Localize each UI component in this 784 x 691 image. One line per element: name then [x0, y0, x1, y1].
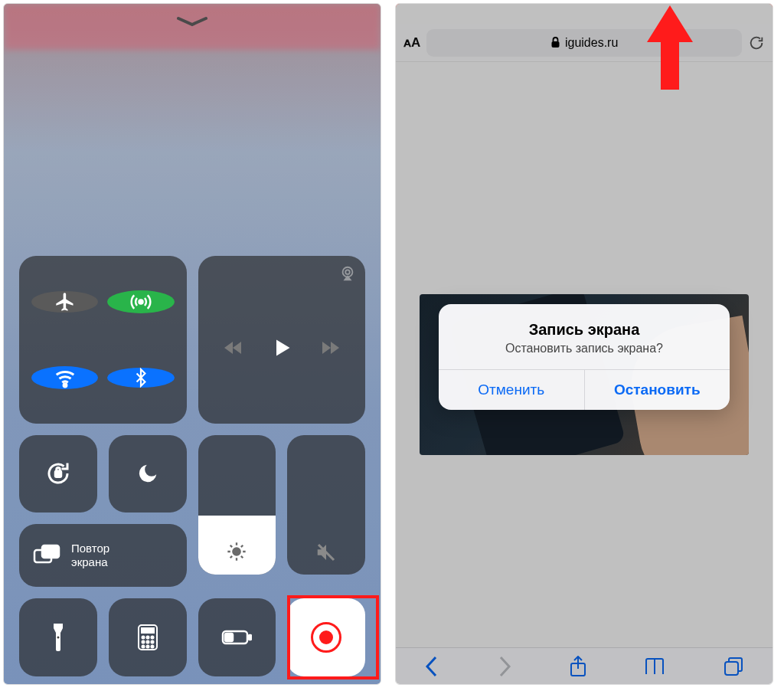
screen-mirroring-label: Повтор экрана	[71, 542, 109, 569]
svg-rect-10	[142, 628, 154, 633]
alert-title: Запись экрана	[452, 321, 716, 339]
stop-recording-alert: Запись экрана Остановить запись экрана? …	[439, 304, 730, 410]
alert-stop-button[interactable]: Остановить	[585, 370, 730, 410]
brightness-slider[interactable]	[198, 435, 276, 575]
rewind-icon[interactable]	[224, 340, 243, 355]
flashlight-icon	[50, 624, 67, 651]
record-icon	[311, 622, 341, 653]
antenna-icon	[129, 290, 152, 313]
play-icon[interactable]	[271, 336, 292, 359]
svg-point-13	[151, 637, 153, 639]
svg-point-17	[142, 646, 144, 648]
svg-point-11	[142, 637, 144, 639]
screen-mirroring-icon	[33, 544, 60, 567]
airplay-icon[interactable]	[339, 265, 356, 282]
calculator-icon	[138, 624, 158, 650]
svg-point-14	[142, 641, 144, 644]
volume-slider[interactable]	[287, 435, 365, 575]
moon-icon	[136, 462, 159, 485]
svg-point-12	[146, 637, 149, 639]
airplane-mode-toggle[interactable]	[31, 291, 98, 313]
wifi-icon	[54, 366, 77, 389]
alert-message: Остановить запись экрана?	[452, 342, 716, 355]
control-center-screenshot: Повтор экрана	[3, 3, 381, 685]
connectivity-module[interactable]	[19, 256, 187, 424]
low-power-button[interactable]	[198, 598, 276, 676]
media-module[interactable]	[198, 256, 366, 424]
orientation-lock-toggle[interactable]	[19, 435, 97, 513]
forward-icon[interactable]	[320, 340, 340, 355]
battery-icon	[221, 629, 252, 646]
svg-rect-7	[42, 545, 59, 558]
do-not-disturb-toggle[interactable]	[109, 435, 187, 513]
svg-point-19	[151, 646, 153, 648]
screen-mirroring-button[interactable]: Повтор экрана	[19, 524, 187, 587]
brightness-icon	[226, 541, 247, 562]
svg-point-16	[151, 641, 153, 644]
svg-point-18	[146, 646, 149, 648]
screen-record-button[interactable]	[287, 598, 365, 676]
cellular-data-toggle[interactable]	[107, 290, 174, 313]
svg-point-8	[57, 637, 59, 639]
svg-point-15	[146, 641, 149, 644]
chevron-down-icon[interactable]	[174, 15, 211, 29]
svg-rect-4	[55, 471, 61, 477]
flashlight-button[interactable]	[19, 598, 97, 676]
svg-rect-22	[225, 634, 233, 641]
svg-point-1	[64, 384, 67, 387]
bluetooth-icon	[131, 368, 151, 388]
svg-point-0	[139, 300, 142, 303]
calculator-button[interactable]	[109, 598, 187, 676]
svg-point-3	[345, 270, 350, 274]
mute-icon	[315, 541, 338, 564]
control-center-grid: Повтор экрана	[19, 256, 365, 676]
safari-screenshot: MTS RUS Wi-Fi 14:03 43 % ᴀA iguides.ru М…	[395, 3, 773, 685]
alert-cancel-button[interactable]: Отменить	[439, 370, 585, 410]
airplane-icon	[54, 291, 76, 313]
wifi-toggle[interactable]	[31, 366, 98, 389]
lock-rotation-icon	[44, 460, 72, 487]
svg-point-5	[234, 548, 240, 555]
bluetooth-toggle[interactable]	[107, 368, 174, 388]
svg-rect-21	[249, 635, 251, 640]
